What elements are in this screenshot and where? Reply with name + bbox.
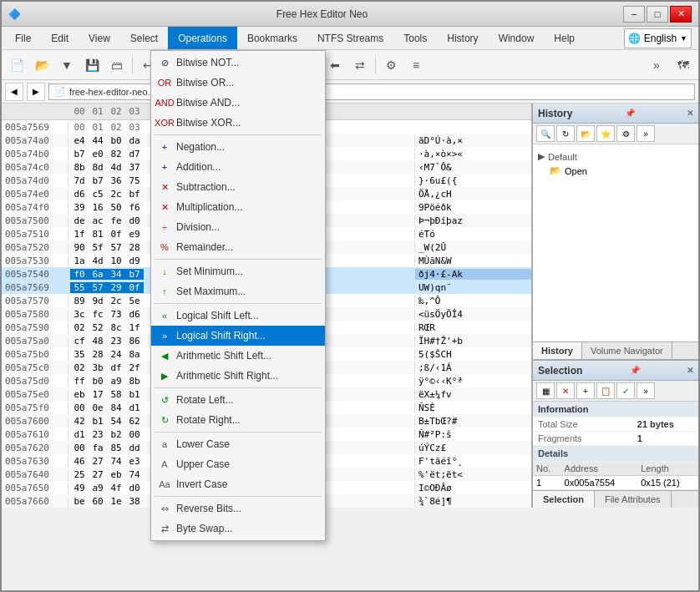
hex-byte[interactable]: 9d: [89, 296, 107, 306]
hex-byte[interactable]: 29: [107, 282, 125, 293]
menu-bookmarks[interactable]: Bookmarks: [237, 27, 307, 49]
menu-item-invert-case[interactable]: Aa Invert Case: [151, 474, 325, 494]
hex-byte[interactable]: 02: [107, 122, 125, 133]
hex-byte[interactable]: 75: [125, 175, 144, 186]
hex-byte[interactable]: fa: [89, 443, 107, 453]
replace-button[interactable]: ⇄: [348, 54, 372, 76]
hex-byte[interactable]: 86: [125, 336, 144, 347]
hex-byte[interactable]: 57: [89, 282, 107, 293]
hex-byte[interactable]: d0: [125, 215, 144, 226]
menu-select[interactable]: Select: [120, 27, 168, 49]
hex-byte[interactable]: 02: [70, 362, 89, 373]
pin-icon[interactable]: 📌: [625, 109, 635, 118]
open-dropdown[interactable]: ▼: [55, 54, 79, 76]
hex-byte[interactable]: 2f: [125, 362, 144, 373]
hex-byte[interactable]: 52: [89, 322, 107, 333]
hex-byte[interactable]: e0: [89, 149, 107, 159]
hex-byte[interactable]: 28: [89, 349, 107, 360]
sel-copy-button[interactable]: 📋: [596, 382, 615, 399]
hex-byte[interactable]: da: [125, 135, 144, 146]
hex-byte[interactable]: 85: [107, 443, 125, 453]
minimize-button[interactable]: −: [623, 6, 645, 23]
hex-byte[interactable]: 27: [89, 456, 107, 467]
hex-byte[interactable]: e3: [125, 456, 144, 467]
hex-byte[interactable]: d0: [125, 483, 144, 493]
menu-view[interactable]: View: [79, 27, 120, 49]
menu-item-set-minimum[interactable]: ↓ Set Minimum...: [151, 261, 325, 281]
menu-edit[interactable]: Edit: [41, 27, 79, 49]
hex-byte[interactable]: eb: [70, 389, 89, 400]
hex-byte[interactable]: 00: [70, 122, 89, 133]
hex-byte[interactable]: 55: [70, 282, 89, 293]
hex-byte[interactable]: cf: [70, 336, 89, 347]
menu-item-bitwise-xor[interactable]: XOR Bitwise XOR...: [151, 113, 325, 133]
hex-byte[interactable]: 74: [107, 456, 125, 467]
hex-byte[interactable]: 8d: [89, 162, 107, 173]
hex-byte[interactable]: 50: [107, 202, 125, 213]
hex-byte[interactable]: d1: [70, 429, 89, 440]
hex-byte[interactable]: 34: [107, 269, 125, 280]
menu-item-byte-swap[interactable]: ⇄ Byte Swap...: [151, 519, 325, 539]
hex-byte[interactable]: f6: [125, 202, 144, 213]
hex-byte[interactable]: 00: [125, 429, 144, 440]
hex-byte[interactable]: b7: [125, 269, 144, 280]
menu-item-bitwise-or[interactable]: OR Bitwise OR...: [151, 73, 325, 93]
sel-grid-button[interactable]: ▦: [536, 382, 555, 399]
list-item[interactable]: 📂 Open: [536, 164, 695, 178]
tab-selection[interactable]: Selection: [533, 491, 595, 508]
hex-byte[interactable]: 2c: [107, 296, 125, 306]
tab-file-attributes[interactable]: File Attributes: [595, 491, 672, 508]
menu-item-remainder[interactable]: % Remainder...: [151, 237, 325, 257]
find-prev-button[interactable]: ⬅: [323, 54, 347, 76]
hex-byte[interactable]: b7: [70, 149, 89, 159]
new-button[interactable]: 📄: [5, 54, 28, 76]
hex-byte[interactable]: d1: [125, 402, 144, 413]
hex-byte[interactable]: 01: [89, 122, 107, 133]
hex-byte[interactable]: 8b: [125, 376, 144, 387]
hex-byte[interactable]: 24: [107, 349, 125, 360]
hex-byte[interactable]: bf: [125, 189, 144, 200]
menu-item-negation[interactable]: + Negation...: [151, 137, 325, 157]
hex-byte[interactable]: 28: [125, 242, 144, 253]
hex-byte[interactable]: 46: [70, 456, 89, 467]
menu-help[interactable]: Help: [544, 27, 585, 49]
hex-byte[interactable]: b2: [107, 429, 125, 440]
hex-byte[interactable]: 4f: [107, 483, 125, 493]
hex-byte[interactable]: d6: [125, 309, 144, 320]
language-dropdown[interactable]: 🌐 English ▼: [624, 28, 692, 48]
menu-item-rotate-left[interactable]: ↺ Rotate Left...: [151, 390, 325, 410]
menu-tools[interactable]: Tools: [393, 27, 437, 49]
menu-item-bitwise-not[interactable]: ⊘ Bitwise NOT...: [151, 53, 325, 73]
hex-byte[interactable]: 2c: [107, 189, 125, 200]
menu-item-subtraction[interactable]: ✕ Subtraction...: [151, 177, 325, 197]
hex-byte[interactable]: 5f: [89, 242, 107, 253]
hex-byte[interactable]: 00: [70, 402, 89, 413]
hex-byte[interactable]: 0f: [125, 282, 144, 293]
back-button[interactable]: ◀: [5, 83, 23, 101]
hex-byte[interactable]: 8b: [70, 162, 89, 173]
sel-check-button[interactable]: ✓: [616, 382, 635, 399]
hex-byte[interactable]: e4: [70, 135, 89, 146]
settings-button[interactable]: ⚙: [379, 54, 403, 76]
hex-byte[interactable]: 58: [107, 389, 125, 400]
sel-more-button[interactable]: »: [637, 382, 655, 399]
menu-item-reverse-bits[interactable]: ⇔ Reverse Bits...: [151, 498, 325, 519]
hex-byte[interactable]: 6a: [89, 269, 107, 280]
menu-item-division[interactable]: ÷ Division...: [151, 217, 325, 237]
hex-byte[interactable]: 10: [107, 256, 125, 266]
hex-byte[interactable]: 8c: [107, 322, 125, 333]
hex-byte[interactable]: 35: [70, 349, 89, 360]
history-search-button[interactable]: 🔍: [536, 125, 555, 142]
hex-byte[interactable]: 1f: [125, 322, 144, 333]
hex-byte[interactable]: a9: [107, 376, 125, 387]
hex-byte[interactable]: be: [70, 496, 89, 507]
open-button[interactable]: 📂: [30, 54, 53, 76]
history-folder-button[interactable]: 📂: [576, 125, 595, 142]
menu-item-logical-shift-right[interactable]: » Logical Shift Right...: [151, 326, 325, 346]
close-history-icon[interactable]: ✕: [687, 109, 693, 118]
sel-add-button[interactable]: +: [576, 382, 595, 399]
history-more-button[interactable]: »: [637, 125, 655, 142]
history-settings-button[interactable]: ⚙: [616, 125, 635, 142]
hex-byte[interactable]: d9: [125, 256, 144, 266]
hex-byte[interactable]: dd: [125, 443, 144, 453]
